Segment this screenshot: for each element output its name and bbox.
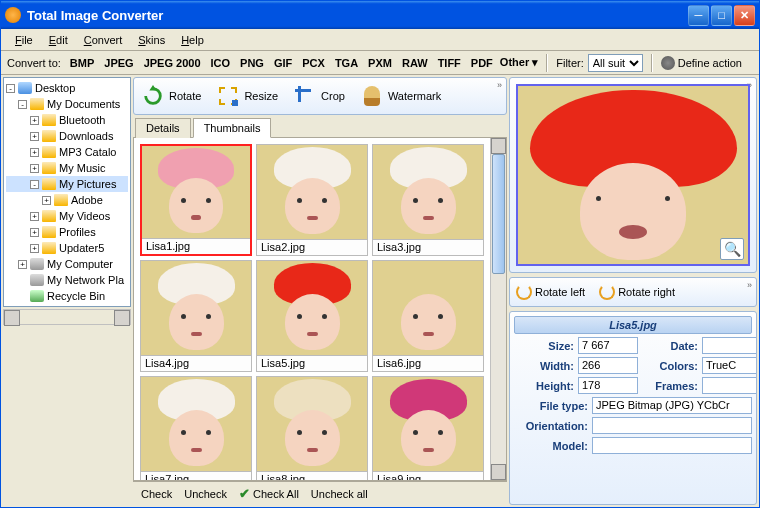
- convert-toolbar: Convert to: BMP JPEG JPEG 2000 ICO PNG G…: [1, 51, 759, 75]
- resize-icon: [217, 85, 239, 107]
- thumbnails-vscrollbar[interactable]: [490, 138, 506, 480]
- rotate-button[interactable]: Rotate: [142, 85, 201, 107]
- thumbnail-item[interactable]: Lisa9.jpg: [372, 376, 484, 480]
- tree-item[interactable]: Recycle Bin: [6, 288, 128, 304]
- expand-icon[interactable]: +: [30, 228, 39, 237]
- tree-label: Adobe: [71, 194, 103, 206]
- rotate-panel: Rotate left Rotate right »: [509, 277, 757, 307]
- tree-item[interactable]: +Adobe: [6, 192, 128, 208]
- tree-item[interactable]: +My Music: [6, 160, 128, 176]
- toolbar-overflow-icon[interactable]: »: [497, 80, 502, 90]
- tree-item[interactable]: -My Pictures: [6, 176, 128, 192]
- fmt-pxm[interactable]: PXM: [365, 57, 395, 69]
- define-action-button[interactable]: Define action: [661, 56, 742, 70]
- expand-icon[interactable]: +: [30, 148, 39, 157]
- folder-icon: [42, 226, 56, 238]
- tree-label: My Videos: [59, 210, 110, 222]
- expand-icon[interactable]: -: [30, 180, 39, 189]
- thumbnail-item[interactable]: Lisa6.jpg: [372, 260, 484, 372]
- tree-item[interactable]: +Updater5: [6, 240, 128, 256]
- app-window: Total Image Converter ─ □ ✕ File Edit Co…: [0, 0, 760, 508]
- check-icon: ✔: [239, 486, 250, 501]
- expand-icon[interactable]: -: [18, 100, 27, 109]
- tree-item[interactable]: +Downloads: [6, 128, 128, 144]
- rotate-right-button[interactable]: Rotate right: [599, 284, 675, 300]
- tree-item[interactable]: +MP3 Catalo: [6, 144, 128, 160]
- uncheck-button[interactable]: Uncheck: [184, 488, 227, 500]
- thumbnail-image: [257, 377, 367, 471]
- close-button[interactable]: ✕: [734, 5, 755, 26]
- folder-icon: [42, 114, 56, 126]
- check-button[interactable]: Check: [141, 488, 172, 500]
- resize-button[interactable]: Resize: [217, 85, 278, 107]
- tree-label: My Music: [59, 162, 105, 174]
- folder-tree[interactable]: -Desktop-My Documents+Bluetooth+Download…: [3, 77, 131, 307]
- folder-icon: [42, 162, 56, 174]
- tree-item[interactable]: -Desktop: [6, 80, 128, 96]
- fmt-bmp[interactable]: BMP: [67, 57, 97, 69]
- menu-convert[interactable]: Convert: [76, 32, 131, 48]
- menu-help[interactable]: Help: [173, 32, 212, 48]
- filter-label: Filter:: [556, 57, 584, 69]
- rotate-overflow-icon[interactable]: »: [747, 280, 752, 290]
- menu-edit[interactable]: Edit: [41, 32, 76, 48]
- fmt-pcx[interactable]: PCX: [299, 57, 328, 69]
- expand-icon[interactable]: +: [30, 116, 39, 125]
- rotate-left-button[interactable]: Rotate left: [516, 284, 585, 300]
- fmt-tga[interactable]: TGA: [332, 57, 361, 69]
- expand-icon[interactable]: +: [18, 260, 27, 269]
- frames-label: Frames:: [642, 380, 698, 392]
- thumbnail-item[interactable]: Lisa7.jpg: [140, 376, 252, 480]
- maximize-button[interactable]: □: [711, 5, 732, 26]
- uncheck-all-button[interactable]: Uncheck all: [311, 488, 368, 500]
- fmt-other[interactable]: Other ▾: [500, 56, 538, 69]
- desktop-icon: [18, 82, 32, 94]
- expand-icon[interactable]: +: [42, 196, 51, 205]
- check-all-button[interactable]: ✔Check All: [239, 486, 299, 501]
- window-title: Total Image Converter: [27, 8, 686, 23]
- size-value: 7 667: [578, 337, 638, 354]
- thumbnail-item[interactable]: Lisa2.jpg: [256, 144, 368, 256]
- thumbnail-image: [141, 261, 251, 355]
- expand-icon[interactable]: +: [30, 212, 39, 221]
- tree-item[interactable]: +My Computer: [6, 256, 128, 272]
- expand-icon[interactable]: -: [6, 84, 15, 93]
- expand-icon[interactable]: +: [30, 244, 39, 253]
- fmt-png[interactable]: PNG: [237, 57, 267, 69]
- tree-label: MP3 Catalo: [59, 146, 116, 158]
- tree-hscrollbar[interactable]: [3, 309, 131, 325]
- fmt-jpeg2000[interactable]: JPEG 2000: [141, 57, 204, 69]
- expand-icon[interactable]: +: [30, 164, 39, 173]
- fmt-tiff[interactable]: TIFF: [435, 57, 464, 69]
- info-filename: Lisa5.jpg: [514, 316, 752, 334]
- rotate-icon: [142, 85, 164, 107]
- filter-select[interactable]: All suit: [588, 54, 643, 72]
- fmt-raw[interactable]: RAW: [399, 57, 431, 69]
- fmt-ico[interactable]: ICO: [208, 57, 234, 69]
- thumbnail-item[interactable]: Lisa3.jpg: [372, 144, 484, 256]
- fmt-jpeg[interactable]: JPEG: [101, 57, 136, 69]
- folder-icon: [54, 194, 68, 206]
- tree-item[interactable]: -My Documents: [6, 96, 128, 112]
- thumbnail-item[interactable]: Lisa5.jpg: [256, 260, 368, 372]
- tab-thumbnails[interactable]: Thumbnails: [193, 118, 272, 138]
- tree-item[interactable]: +Bluetooth: [6, 112, 128, 128]
- watermark-button[interactable]: Watermark: [361, 85, 441, 107]
- thumbnail-image: [257, 145, 367, 239]
- zoom-button[interactable]: 🔍: [720, 238, 744, 260]
- fmt-pdf[interactable]: PDF: [468, 57, 496, 69]
- thumbnail-caption: Lisa5.jpg: [257, 355, 367, 371]
- thumbnail-item[interactable]: Lisa4.jpg: [140, 260, 252, 372]
- crop-button[interactable]: Crop: [294, 85, 345, 107]
- minimize-button[interactable]: ─: [688, 5, 709, 26]
- expand-icon[interactable]: +: [30, 132, 39, 141]
- menu-file[interactable]: File: [7, 32, 41, 48]
- thumbnail-item[interactable]: Lisa8.jpg: [256, 376, 368, 480]
- tree-item[interactable]: +Profiles: [6, 224, 128, 240]
- menu-skins[interactable]: Skins: [130, 32, 173, 48]
- fmt-gif[interactable]: GIF: [271, 57, 295, 69]
- thumbnail-item[interactable]: Lisa1.jpg: [140, 144, 252, 256]
- tree-item[interactable]: +My Videos: [6, 208, 128, 224]
- tree-item[interactable]: My Network Pla: [6, 272, 128, 288]
- tab-details[interactable]: Details: [135, 118, 191, 138]
